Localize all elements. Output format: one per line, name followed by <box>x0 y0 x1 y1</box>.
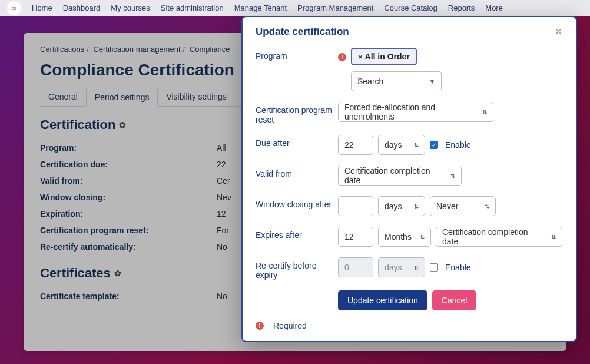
nav-site-admin[interactable]: Site administration <box>161 4 224 12</box>
close-icon[interactable]: ✕ <box>554 25 563 38</box>
enable-label: Enable <box>445 140 471 150</box>
recertify-enable-checkbox[interactable] <box>430 263 438 272</box>
recertify-input <box>338 257 373 277</box>
nav-dashboard[interactable]: Dashboard <box>63 4 101 12</box>
expires-after-unit-select[interactable]: Months⇅ <box>378 227 431 247</box>
nav-reports[interactable]: Reports <box>448 4 475 12</box>
label-program: Program <box>256 48 338 61</box>
label-reset: Certification program reset <box>256 102 338 124</box>
required-icon: ! <box>256 322 264 330</box>
chevron-updown-icon: ⇅ <box>420 234 425 240</box>
nav-course-catalog[interactable]: Course Catalog <box>384 4 437 12</box>
logo-icon[interactable]: ∞ <box>7 1 21 15</box>
reset-select[interactable]: Forced de-allocation and unenrolments⇅ <box>338 102 493 122</box>
recertify-unit-select: days⇅ <box>378 257 425 277</box>
top-nav: ∞ Home Dashboard My courses Site adminis… <box>0 0 590 16</box>
expires-after-input[interactable] <box>338 227 373 247</box>
due-enable-checkbox[interactable]: ✓ <box>430 141 438 149</box>
modal-title: Update certification <box>256 26 349 38</box>
chevron-updown-icon: ⇅ <box>485 203 489 210</box>
nav-program-mgmt[interactable]: Program Management <box>297 4 373 12</box>
nav-my-courses[interactable]: My courses <box>111 4 150 12</box>
nav-manage-tenant[interactable]: Manage Tenant <box>234 4 287 12</box>
chevron-updown-icon: ⇅ <box>414 142 419 148</box>
program-pill[interactable]: × All in Order <box>351 48 417 65</box>
expires-from-select[interactable]: Certification completion date⇅ <box>436 227 562 247</box>
label-valid-from: Valid from <box>256 166 338 178</box>
valid-from-select[interactable]: Certification completion date⇅ <box>338 166 462 186</box>
due-after-unit-select[interactable]: days⇅ <box>378 135 425 155</box>
chevron-updown-icon: ⇅ <box>482 109 487 115</box>
label-window-closing: Window closing after <box>256 196 338 209</box>
update-certification-button[interactable]: Update certification <box>338 290 427 310</box>
nav-home[interactable]: Home <box>32 4 52 12</box>
chevron-updown-icon: ⇅ <box>414 203 419 210</box>
window-closing-mode-select[interactable]: Never⇅ <box>430 196 496 216</box>
label-expires-after: Expires after <box>256 227 338 240</box>
window-closing-unit-select[interactable]: days⇅ <box>378 196 425 216</box>
window-closing-input[interactable] <box>338 196 373 216</box>
enable-label: Enable <box>445 263 471 272</box>
label-due-after: Due after <box>256 135 338 148</box>
due-after-input[interactable] <box>338 135 373 155</box>
nav-more[interactable]: More <box>485 4 503 12</box>
program-search-select[interactable]: Search▼ <box>351 71 442 91</box>
required-note: ! Required <box>256 321 563 330</box>
cancel-button[interactable]: Cancel <box>432 290 477 310</box>
label-recertify: Re-certify before expiry <box>256 257 338 280</box>
chevron-updown-icon: ⇅ <box>551 234 556 240</box>
chevron-down-icon: ▼ <box>429 78 435 85</box>
remove-icon[interactable]: × <box>358 52 363 61</box>
chevron-updown-icon: ⇅ <box>414 264 419 271</box>
update-certification-modal: Update certification ✕ Program ! × All i… <box>241 16 577 342</box>
chevron-updown-icon: ⇅ <box>450 173 455 179</box>
required-icon: ! <box>338 53 346 61</box>
